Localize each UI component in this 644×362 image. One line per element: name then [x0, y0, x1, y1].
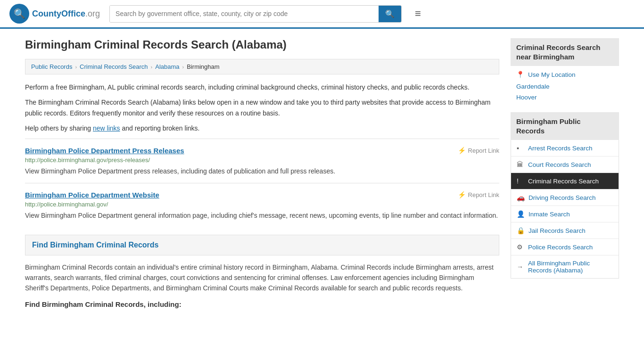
breadcrumb-current: Birmingham [187, 63, 219, 70]
sidebar-item-court[interactable]: 🏛 Court Records Search [511, 156, 619, 173]
police-icon: ⚙ [517, 243, 524, 251]
court-records-link[interactable]: 🏛 Court Records Search [511, 156, 619, 173]
jail-icon: 🔒 [517, 227, 525, 234]
search-button[interactable]: 🔍 [379, 6, 401, 22]
link-card-1-url: http://police.birminghamal.gov/press-rel… [25, 156, 499, 164]
report-link-2[interactable]: ⚡ Report Link [458, 191, 499, 198]
criminal-label: Criminal Records Search [528, 178, 599, 185]
court-icon: 🏛 [517, 161, 524, 168]
link-card-1-title[interactable]: Birmingham Police Department Press Relea… [25, 147, 184, 155]
all-label: All Birmingham Public Records (Alabama) [528, 260, 613, 274]
sidebar-public-records-section: Birmingham PublicRecords ▪ Arrest Record… [511, 112, 619, 279]
search-input[interactable] [110, 6, 379, 22]
court-label: Court Records Search [528, 161, 591, 168]
sidebar-item-arrest[interactable]: ▪ Arrest Records Search [511, 140, 619, 156]
sidebar: Criminal Records Searchnear Birmingham 📍… [511, 38, 619, 308]
use-my-location-link[interactable]: Use My Location [528, 71, 576, 78]
logo-icon: 🔍 [9, 4, 29, 24]
find-section: Find Birmingham Criminal Records [25, 235, 499, 255]
hoover-link[interactable]: Hoover [516, 94, 537, 101]
breadcrumb: Public Records › Criminal Records Search… [25, 59, 499, 74]
find-section-body: Birmingham Criminal Records contain an i… [25, 262, 499, 294]
jail-records-link[interactable]: 🔒 Jail Records Search [511, 222, 619, 239]
logo[interactable]: 🔍 CountyOffice.org [9, 4, 100, 24]
link-card-1-desc: View Birmingham Police Department press … [25, 166, 499, 176]
inmate-search-link[interactable]: 👤 Inmate Search [511, 206, 619, 222]
driving-label: Driving Records Search [528, 194, 596, 201]
arrest-icon: ▪ [517, 144, 524, 152]
gardendale-item[interactable]: Gardendale [511, 81, 619, 92]
breadcrumb-sep-1: › [75, 64, 77, 70]
police-records-link[interactable]: ⚙ Police Records Search [511, 239, 619, 255]
sidebar-item-inmate[interactable]: 👤 Inmate Search [511, 206, 619, 222]
report-icon-1: ⚡ [458, 147, 466, 154]
description-3: Help others by sharing new links and rep… [25, 123, 499, 133]
sidebar-item-police[interactable]: ⚙ Police Records Search [511, 239, 619, 255]
gardendale-link[interactable]: Gardendale [516, 83, 550, 90]
find-subheading: Find Birmingham Criminal Records, includ… [25, 300, 499, 308]
arrest-records-link[interactable]: ▪ Arrest Records Search [511, 140, 619, 156]
link-card-2-url: http://police.birminghamal.gov/ [25, 201, 499, 208]
breadcrumb-sep-2: › [151, 64, 153, 70]
hoover-item[interactable]: Hoover [511, 92, 619, 103]
inmate-label: Inmate Search [528, 211, 570, 218]
driving-icon: 🚗 [517, 194, 525, 201]
report-icon-2: ⚡ [458, 191, 466, 198]
sidebar-item-driving[interactable]: 🚗 Driving Records Search [511, 189, 619, 206]
criminal-records-link[interactable]: ! Criminal Records Search [511, 173, 619, 189]
link-card-2-desc: View Birmingham Police Department genera… [25, 211, 499, 221]
report-link-1[interactable]: ⚡ Report Link [458, 147, 499, 154]
description-2: The Birmingham Criminal Records Search (… [25, 97, 499, 118]
breadcrumb-public-records[interactable]: Public Records [31, 63, 72, 70]
pin-icon: 📍 [516, 71, 524, 78]
criminal-icon: ! [517, 177, 524, 185]
description-1: Perform a free Birmingham, AL public cri… [25, 82, 499, 92]
near-section-heading: Criminal Records Searchnear Birmingham [511, 38, 619, 66]
public-records-list: ▪ Arrest Records Search 🏛 Court Records … [511, 140, 619, 279]
all-icon: → [517, 263, 524, 271]
page-title: Birmingham Criminal Records Search (Alab… [25, 38, 499, 51]
sidebar-item-all[interactable]: → All Birmingham Public Records (Alabama… [511, 255, 619, 278]
breadcrumb-sep-3: › [182, 64, 184, 70]
breadcrumb-alabama[interactable]: Alabama [155, 63, 179, 70]
find-section-title: Find Birmingham Criminal Records [32, 241, 492, 249]
inmate-icon: 👤 [517, 210, 525, 218]
search-bar: 🔍 [109, 5, 402, 23]
link-card-2-title[interactable]: Birmingham Police Department Website [25, 191, 159, 199]
jail-label: Jail Records Search [528, 227, 586, 234]
sidebar-item-jail[interactable]: 🔒 Jail Records Search [511, 222, 619, 239]
main-content: Birmingham Criminal Records Search (Alab… [25, 38, 499, 308]
public-records-heading: Birmingham PublicRecords [511, 112, 619, 140]
sidebar-near-section: Criminal Records Searchnear Birmingham 📍… [511, 38, 619, 103]
arrest-label: Arrest Records Search [528, 145, 593, 152]
logo-text: CountyOffice.org [32, 9, 100, 19]
driving-records-link[interactable]: 🚗 Driving Records Search [511, 189, 619, 206]
police-label: Police Records Search [528, 244, 593, 251]
new-links-link[interactable]: new links [93, 124, 120, 132]
link-card-1: Birmingham Police Department Press Relea… [25, 139, 499, 181]
use-my-location-item[interactable]: 📍 Use My Location [511, 68, 619, 81]
menu-button[interactable]: ≡ [411, 6, 425, 22]
link-card-2: Birmingham Police Department Website ⚡ R… [25, 183, 499, 225]
breadcrumb-criminal-records[interactable]: Criminal Records Search [80, 63, 148, 70]
all-records-link[interactable]: → All Birmingham Public Records (Alabama… [511, 255, 619, 278]
sidebar-item-criminal[interactable]: ! Criminal Records Search [511, 173, 619, 189]
